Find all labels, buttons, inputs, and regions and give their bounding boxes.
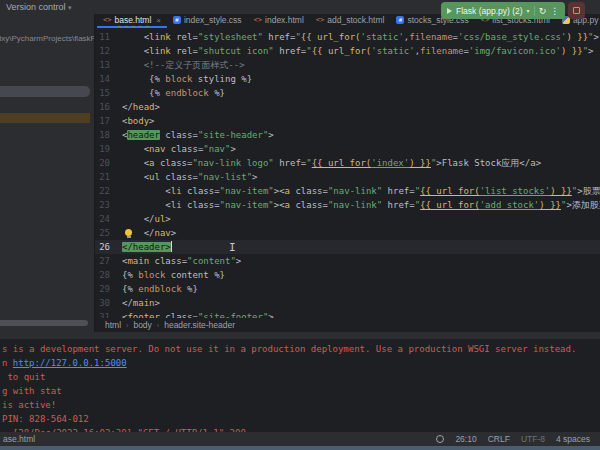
token: {{ url_for(: [420, 186, 480, 196]
line-number[interactable]: 21: [95, 170, 116, 184]
line-number[interactable]: 30: [95, 296, 116, 310]
code-text: <li class="nav-item"><a class="nav-link"…: [116, 198, 600, 212]
line-number[interactable]: 25: [95, 226, 116, 240]
token: %}: [182, 284, 198, 294]
code-line[interactable]: 22 <li class="nav-item"><a class="nav-li…: [95, 184, 600, 198]
code-line[interactable]: 23 <li class="nav-item"><a class="nav-li…: [95, 198, 600, 212]
intention-bulb-icon[interactable]: [125, 229, 133, 237]
run-console-divider: [0, 332, 600, 339]
code-line[interactable]: 26</header>: [95, 240, 600, 254]
code-line[interactable]: 28{% block content %}: [95, 268, 600, 282]
code-line[interactable]: 17<body>: [95, 114, 600, 128]
code-line[interactable]: 18<header class="site-header">: [95, 128, 600, 142]
token: ) }}: [409, 158, 431, 168]
line-number[interactable]: 28: [95, 268, 116, 282]
encoding-widget[interactable]: UTF-8: [521, 434, 545, 444]
code-line[interactable]: 14 {% block styling %}: [95, 72, 600, 86]
token: block: [165, 74, 192, 84]
line-number[interactable]: 14: [95, 72, 116, 86]
code-line[interactable]: 29{% endblock %}: [95, 282, 600, 296]
code-line[interactable]: 30</main>: [95, 296, 600, 310]
code-line[interactable]: 11 <link rel="stylesheet" href="{{ url_f…: [95, 30, 600, 44]
code-line[interactable]: 21 <ul class="nav-list">: [95, 170, 600, 184]
console-line: g with stat: [2, 384, 600, 398]
run-console[interactable]: s is a development server. Do not use it…: [0, 332, 600, 432]
mouse-ibeam-cursor: I: [229, 241, 236, 254]
line-number[interactable]: 23: [95, 198, 116, 212]
token: "stylesheet": [198, 32, 263, 42]
line-number[interactable]: 22: [95, 184, 116, 198]
inspections-widget-icon[interactable]: [436, 435, 444, 443]
line-number[interactable]: 12: [95, 44, 116, 58]
code-line[interactable]: 12 <link rel="shutcut icon" href="{{ url…: [95, 44, 600, 58]
breadcrumb-item[interactable]: header.site-header: [164, 320, 235, 330]
status-widgets: 26:10 CRLF UTF-8 4 spaces: [436, 434, 600, 444]
project-root-path: hixy\PycharmProjects\flaskProject1: [0, 34, 95, 43]
tab-base.html[interactable]: <>base.html×: [97, 14, 167, 28]
line-number[interactable]: 29: [95, 282, 116, 296]
line-number[interactable]: 26: [95, 240, 116, 254]
console-text: g with stat: [2, 386, 62, 396]
project-tool-window[interactable]: hixy\PycharmProjects\flaskProject1: [0, 14, 95, 332]
code-line[interactable]: 15 {% endblock %}: [95, 86, 600, 100]
code-text: <main class="content">: [116, 254, 241, 268]
breadcrumb-item[interactable]: body: [133, 320, 151, 330]
line-number[interactable]: 27: [95, 254, 116, 268]
code-line[interactable]: 20 <a class="nav-link logo" href="{{ url…: [95, 156, 600, 170]
line-number[interactable]: 15: [95, 86, 116, 100]
token: class: [182, 200, 215, 210]
tab-index.html[interactable]: <>index.html: [248, 14, 310, 28]
line-number[interactable]: 16: [95, 100, 116, 114]
more-actions-icon[interactable]: ⋮: [550, 6, 559, 16]
line-number[interactable]: 20: [95, 156, 116, 170]
token: "nav-list": [198, 172, 252, 182]
token: href: [274, 158, 301, 168]
breadcrumb-item[interactable]: html: [105, 320, 121, 330]
divider: [534, 6, 535, 16]
indent-widget[interactable]: 4 spaces: [556, 434, 590, 444]
token: {{ url_for(: [301, 32, 361, 42]
line-number[interactable]: 31: [95, 310, 116, 318]
code-text: {% block styling %}: [116, 72, 252, 86]
tab-index_style.css[interactable]: #index_style.css: [167, 14, 248, 28]
version-control-widget[interactable]: Version control ▾: [6, 2, 72, 12]
code-line[interactable]: 31<footer class="site-footer">: [95, 310, 600, 318]
code-line[interactable]: 13 <!--定义子页面样式-->: [95, 58, 600, 72]
token: ) }}: [550, 186, 572, 196]
token: </: [122, 214, 155, 224]
console-link[interactable]: http://127.0.0.1:5000: [13, 358, 127, 368]
line-number[interactable]: 13: [95, 58, 116, 72]
run-configuration-pill[interactable]: Flask (app.py) (2) ▾ ↻ ⋮: [441, 2, 565, 19]
token: %}: [241, 74, 252, 84]
line-number[interactable]: 17: [95, 114, 116, 128]
line-number[interactable]: 11: [95, 30, 116, 44]
project-tree-highlighted-item[interactable]: [0, 113, 90, 123]
caret-position-widget[interactable]: 26:10: [455, 434, 476, 444]
line-number[interactable]: 19: [95, 142, 116, 156]
code-line[interactable]: 24 </ul>: [95, 212, 600, 226]
run-console-output: s is a development server. Do not use it…: [0, 339, 600, 440]
code-line[interactable]: 16</head>: [95, 100, 600, 114]
rerun-icon[interactable]: ↻: [539, 6, 547, 16]
code-line[interactable]: 25 </nav>: [95, 226, 600, 240]
editor-lines: 11 <link rel="stylesheet" href="{{ url_f…: [95, 30, 600, 318]
project-tree-selected-item[interactable]: [0, 86, 90, 97]
close-icon[interactable]: ×: [156, 16, 161, 25]
token: class: [165, 144, 198, 154]
line-number[interactable]: 18: [95, 128, 116, 142]
line-ending-widget[interactable]: CRLF: [488, 434, 510, 444]
token: li: [171, 186, 182, 196]
token: content: [165, 270, 214, 280]
line-number[interactable]: 24: [95, 212, 116, 226]
horizontal-scrollbar[interactable]: [0, 320, 88, 326]
stop-button[interactable]: [568, 2, 585, 19]
code-line[interactable]: 27<main class="content">: [95, 254, 600, 268]
tab-label: index_style.css: [184, 15, 242, 25]
code-line[interactable]: 19 <nav class="nav">: [95, 142, 600, 156]
token: >: [149, 116, 154, 126]
tab-add_stock.html[interactable]: <>add_stock.html: [310, 14, 391, 28]
token: {%: [122, 270, 138, 280]
code-editor[interactable]: 11 <link rel="stylesheet" href="{{ url_f…: [95, 28, 600, 318]
token: link: [149, 46, 171, 56]
token: link: [149, 32, 171, 42]
